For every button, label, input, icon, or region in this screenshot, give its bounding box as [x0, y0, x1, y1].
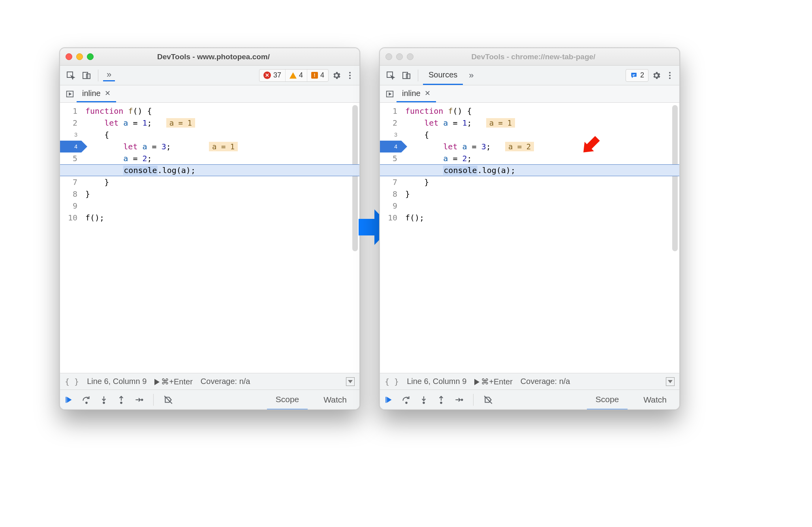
issue-count-badge: ! 4 [307, 70, 328, 81]
tab-scope[interactable]: Scope [267, 390, 308, 410]
step-into-icon[interactable] [99, 395, 109, 405]
main-toolbar: » ✕ 37 4 ! 4 [60, 66, 359, 85]
inspect-element-icon[interactable] [384, 69, 397, 82]
warning-count-badge: 4 [286, 70, 307, 81]
device-toggle-icon[interactable] [80, 69, 93, 82]
step-into-icon[interactable] [419, 395, 429, 405]
traffic-min-icon[interactable] [76, 53, 83, 60]
inline-value-annotation: a = 1 [486, 118, 515, 128]
tab-watch[interactable]: Watch [315, 390, 355, 410]
paused-line-marker: 3 4 [60, 141, 81, 152]
traffic-max-icon[interactable] [87, 53, 94, 60]
paused-line-marker: 3 4 [380, 141, 401, 152]
traffic-min-icon[interactable] [396, 53, 403, 60]
console-counters[interactable]: ✕ 37 4 ! 4 [259, 69, 329, 82]
message-count: 2 [640, 71, 644, 79]
warning-count: 4 [299, 71, 303, 79]
navigator-toggle-icon[interactable] [383, 85, 397, 102]
file-tab-inline[interactable]: inline ✕ [397, 85, 436, 102]
inspect-element-icon[interactable] [64, 69, 77, 82]
console-counters[interactable]: 2 [626, 69, 648, 82]
play-icon [474, 379, 479, 385]
file-tab-inline[interactable]: inline ✕ [77, 85, 116, 102]
kebab-menu-icon[interactable] [344, 69, 355, 82]
svg-point-23 [406, 402, 407, 403]
more-tabs-chevron-icon[interactable]: » [103, 70, 115, 81]
deactivate-breakpoints-icon[interactable] [483, 395, 493, 405]
svg-rect-7 [66, 397, 66, 403]
debugger-toolbar: Scope Watch [380, 390, 679, 409]
coverage-status: Coverage: n/a [521, 377, 570, 386]
error-count-badge: ✕ 37 [259, 70, 286, 81]
svg-point-4 [349, 75, 351, 76]
window-title: DevTools - www.photopea.com/ [98, 53, 329, 61]
titlebar: DevTools - chrome://new-tab-page/ [380, 48, 679, 66]
svg-point-11 [141, 399, 143, 400]
code-content[interactable]: function f() { let a = 1; a = 1 { let a … [81, 103, 359, 373]
svg-point-3 [349, 72, 351, 73]
step-out-icon[interactable] [116, 395, 126, 405]
error-count: 37 [273, 71, 281, 79]
svg-point-5 [349, 77, 351, 79]
code-editor[interactable]: 1 2 3 4 5 6 7 8 9 10 3 4 function f() { … [60, 103, 359, 373]
devtools-window-left: DevTools - www.photopea.com/ » ✕ 37 4 [59, 47, 360, 410]
cursor-position: Line 6, Column 9 [407, 377, 466, 386]
settings-gear-icon[interactable] [651, 69, 662, 82]
pretty-print-icon[interactable]: { } [65, 377, 79, 386]
svg-rect-13 [403, 72, 408, 79]
svg-point-25 [440, 402, 442, 403]
svg-point-18 [669, 75, 671, 76]
warning-icon [289, 72, 297, 79]
cursor-position: Line 6, Column 9 [87, 377, 147, 386]
status-dropdown-icon[interactable] [666, 377, 675, 386]
play-icon [154, 379, 160, 385]
editor-status-bar: { } Line 6, Column 9 ⌘+Enter Coverage: n… [380, 373, 679, 390]
close-tab-icon[interactable]: ✕ [105, 89, 111, 98]
step-icon[interactable] [453, 395, 464, 405]
file-tab-label: inline [402, 89, 421, 98]
pretty-print-icon[interactable]: { } [385, 377, 399, 386]
resume-icon[interactable] [64, 395, 74, 405]
navigator-toggle-icon[interactable] [63, 85, 77, 102]
step-over-icon[interactable] [81, 395, 92, 405]
step-over-icon[interactable] [401, 395, 412, 405]
svg-rect-15 [633, 74, 635, 75]
svg-point-17 [669, 72, 671, 73]
kebab-menu-icon[interactable] [664, 69, 675, 82]
settings-gear-icon[interactable] [331, 69, 342, 82]
tab-sources[interactable]: Sources [423, 66, 463, 85]
resume-icon[interactable] [384, 395, 394, 405]
code-content[interactable]: function f() { let a = 1; a = 1 { let a … [401, 103, 679, 373]
svg-rect-14 [406, 74, 410, 79]
tab-scope[interactable]: Scope [587, 390, 628, 410]
status-dropdown-icon[interactable] [346, 377, 355, 386]
inline-value-annotation: a = 2 [505, 142, 534, 151]
svg-rect-16 [633, 75, 634, 76]
traffic-close-icon[interactable] [385, 53, 392, 60]
svg-rect-2 [86, 74, 90, 79]
svg-point-10 [120, 402, 122, 403]
issue-count: 4 [320, 71, 324, 79]
close-tab-icon[interactable]: ✕ [425, 89, 430, 98]
inline-value-annotation: a = 1 [209, 142, 238, 151]
issue-icon: ! [311, 72, 318, 79]
devtools-window-right: DevTools - chrome://new-tab-page/ Source… [379, 47, 680, 410]
svg-point-8 [86, 402, 87, 403]
code-editor[interactable]: 1 2 3 4 5 6 7 8 9 10 3 4 function f() { … [380, 103, 679, 373]
more-tabs-chevron-icon[interactable]: » [465, 70, 477, 81]
run-snippet-button[interactable]: ⌘+Enter [474, 377, 512, 386]
traffic-close-icon[interactable] [66, 53, 72, 60]
deactivate-breakpoints-icon[interactable] [163, 395, 173, 405]
svg-rect-22 [385, 397, 386, 403]
traffic-max-icon[interactable] [407, 53, 414, 60]
svg-rect-1 [83, 72, 88, 79]
file-tab-label: inline [82, 89, 101, 98]
window-title: DevTools - chrome://new-tab-page/ [417, 53, 649, 61]
device-toggle-icon[interactable] [400, 69, 413, 82]
message-icon [630, 72, 638, 79]
step-out-icon[interactable] [436, 395, 446, 405]
svg-point-26 [461, 399, 462, 400]
tab-watch[interactable]: Watch [635, 390, 675, 410]
step-icon[interactable] [133, 395, 144, 405]
run-snippet-button[interactable]: ⌘+Enter [154, 377, 192, 386]
